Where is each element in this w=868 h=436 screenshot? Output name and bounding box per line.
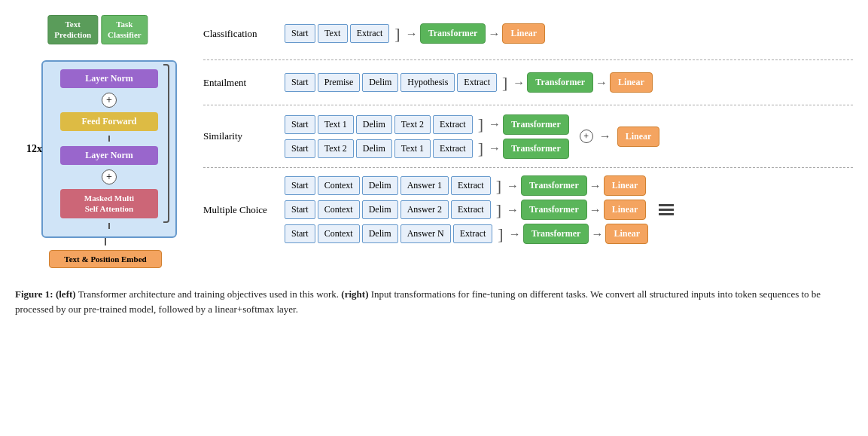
arrow2: → [488,27,500,41]
classification-sequences: Start Text Extract ] → Transformer → Lin… [285,23,545,44]
left-label: (left) [56,288,76,300]
arrow: → [406,27,418,41]
arch-outer: Layer Norm + Feed Forward Layer Norm + M… [41,60,177,238]
token-delim: Delim [362,200,398,219]
seq-row-mc2: Start Context Delim Answer 2 Extract ] →… [285,200,648,220]
seq-row-2: Start Text 2 Delim Text 1 Extract ] → Tr… [285,139,569,159]
nx-label: 12x [26,143,42,155]
token-start: Start [285,200,315,219]
text-prediction-box: TextPrediction [47,15,98,44]
arrow2: → [591,227,603,241]
mc-stacked-lines [659,175,674,244]
linear-box-mc1: Linear [604,175,647,196]
token-start: Start [285,139,315,158]
figure-number: Figure 1: [15,288,53,300]
seq-row: Start Premise Delim Hypothesis Extract ]… [285,72,653,93]
arrow: → [489,117,501,131]
token-start: Start [285,73,315,92]
token-text1: Text 1 [394,139,431,158]
seq-row-mcN: Start Context Delim Answer N Extract ] →… [285,224,648,244]
multiple-choice-label: Multiple Choice [203,204,279,216]
arrow: → [489,142,501,155]
entailment-label: Entailment [203,77,279,89]
transformer-box-2: Transformer [503,139,569,159]
transformer-box-1: Transformer [503,114,569,135]
linear-box-similarity: Linear [617,127,660,147]
linear-box: Linear [502,23,545,44]
token-answerN: Answer N [400,224,451,243]
token-text1: Text 1 [318,115,354,134]
transformer-box-mcN: Transformer [523,224,589,244]
main-container: TextPrediction TaskClassifier 12x Layer … [15,15,853,318]
classification-label: Classification [203,28,279,40]
token-start: Start [285,224,315,243]
right-bracket: ] [496,200,501,220]
token-delim: Delim [356,115,392,134]
stacked-line-1 [659,204,674,206]
transformer-box-mc1: Transformer [521,175,587,196]
masked-multi-self-attention: Masked MultiSelf Attention [60,189,158,218]
similarity-content: Start Text 1 Delim Text 2 Extract ] → Tr… [285,114,569,159]
token-delim: Delim [362,73,398,92]
token-start: Start [285,176,315,195]
transformer-architecture: TextPrediction TaskClassifier 12x Layer … [15,15,181,268]
token-delim: Delim [362,176,398,195]
plus-circle-bottom: + [102,169,117,184]
token-extract: Extract [453,224,493,243]
token-extract: Extract [451,200,491,219]
arrow: → [507,203,519,217]
token-premise: Premise [318,73,361,92]
figure-caption: Figure 1: (left) Transformer architectur… [15,287,843,319]
mc-sequences: Start Context Delim Answer 1 Extract ] →… [285,175,648,244]
similarity-row: Similarity Start Text 1 Delim Text 2 Ext… [203,105,853,168]
linear-box-mcN: Linear [605,224,648,244]
similarity-outputs: + [580,113,593,160]
top-labels: TextPrediction TaskClassifier [47,15,148,44]
task-classifier-box: TaskClassifier [101,15,148,44]
stacked-line-2 [659,209,674,211]
transformer-box: Transformer [527,72,593,93]
seq-row: Start Text Extract ] → Transformer → Lin… [285,23,545,44]
diagram-area: TextPrediction TaskClassifier 12x Layer … [15,15,853,268]
layer-norm-bottom: Layer Norm [60,146,158,165]
token-extract: Extract [433,139,473,158]
arrow2: → [589,179,602,193]
right-bracket: ] [478,139,483,158]
transformer-box-mc2: Transformer [521,200,587,220]
token-extract: Extract [433,115,473,134]
arrow: → [507,179,519,193]
seq-row-1: Start Text 1 Delim Text 2 Extract ] → Tr… [285,114,569,135]
token-hypothesis: Hypothesis [400,73,455,92]
entailment-row: Entailment Start Premise Delim Hypothesi… [203,60,853,105]
arrow-sim: → [599,130,611,143]
stacked-line-3 [659,213,674,215]
arrow2: → [589,203,602,217]
multiple-choice-row: Multiple Choice Start Context Delim Answ… [203,168,853,252]
token-answer1: Answer 1 [400,176,449,195]
arrow: → [509,227,521,241]
transformer-box: Transformer [420,23,486,44]
token-text2: Text 2 [318,139,354,158]
similarity-label: Similarity [203,130,279,142]
linear-box: Linear [610,72,653,93]
token-answer2: Answer 2 [400,200,449,219]
right-bracket: ] [394,24,400,44]
feed-forward: Feed Forward [60,112,158,131]
token-delim: Delim [362,224,398,243]
right-bracket: ] [496,176,501,196]
arrow2: → [595,76,608,90]
token-text2: Text 2 [394,115,431,134]
token-start: Start [285,24,315,43]
plus-circle-top: + [102,93,117,108]
seq-row-mc1: Start Context Delim Answer 1 Extract ] →… [285,175,648,196]
entailment-sequences: Start Premise Delim Hypothesis Extract ]… [285,72,653,93]
layer-norm-top: Layer Norm [60,69,158,88]
token-extract: Extract [451,176,491,195]
right-tasks: Classification Start Text Extract ] → Tr… [203,15,853,252]
token-extract: Extract [350,24,390,43]
token-context: Context [318,200,360,219]
right-bracket: ] [502,73,507,93]
token-start: Start [285,115,315,134]
token-extract: Extract [457,73,497,92]
right-label: (right) [341,288,368,300]
